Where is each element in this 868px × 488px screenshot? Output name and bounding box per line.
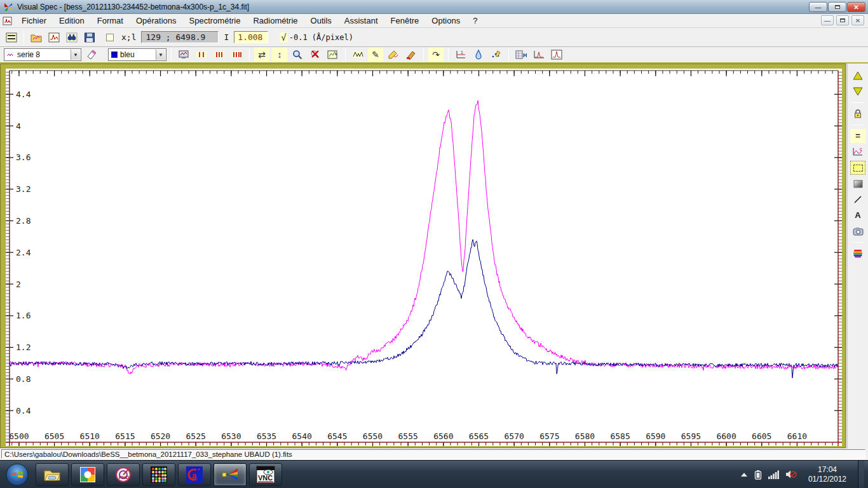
save-floppy-icon [84, 32, 95, 43]
svg-text:6585: 6585 [610, 431, 630, 441]
equal-scale-button[interactable]: = [850, 129, 865, 143]
battery-icon[interactable] [754, 470, 762, 480]
selection-rect-button[interactable] [850, 161, 865, 175]
menu-item-spectrometrie[interactable]: Spectrométrie [183, 15, 247, 27]
restore-icon [835, 5, 840, 9]
text-label-button[interactable]: A [850, 208, 865, 222]
display-screen-button[interactable] [176, 48, 191, 62]
element-lines-3-button[interactable] [229, 48, 245, 62]
shift-y-button[interactable]: ↕ [272, 48, 287, 62]
svg-text:1: 1 [461, 50, 463, 55]
menu-item-options[interactable]: Options [425, 15, 466, 27]
dispersion-readout: √ -0.1 (Å/pixel) [280, 32, 353, 43]
preview-profile-button[interactable] [549, 48, 564, 62]
show-hidden-icons-button[interactable] [740, 472, 748, 477]
tool-separator [851, 102, 864, 103]
taskbar-google[interactable] [71, 463, 104, 486]
menu-item-radiometrie[interactable]: Radiométrie [247, 15, 304, 27]
mdi-restore-button[interactable] [836, 15, 849, 25]
scatter-edit-button[interactable] [489, 48, 504, 62]
main-toolbar: x;l 129 ; 6498.9 I 1.008 √ -0.1 (Å/pixel… [0, 28, 868, 47]
series-dropdown-arrow[interactable]: ▼ [71, 50, 80, 60]
mdi-client-area: 0.40.81.21.622.42.83.23.644.465006505651… [0, 64, 868, 449]
series-select[interactable]: serie 8 ▼ [4, 48, 81, 61]
fill-pattern-button[interactable] [850, 177, 865, 191]
taskbar-phd-guiding[interactable]: PHD [107, 463, 140, 486]
element-lines-1-button[interactable] [194, 48, 209, 62]
heliocentric-button[interactable]: H [513, 48, 529, 62]
svg-text:6515: 6515 [115, 431, 135, 441]
vnc-icon: VNC [256, 466, 275, 484]
menu-item-fenetre[interactable]: Fenêtre [384, 15, 426, 27]
lock-scale-button[interactable] [850, 107, 865, 121]
taskbar-color-grid[interactable] [142, 463, 175, 486]
scroll-down-button[interactable] [850, 85, 865, 98]
undo-curve-button[interactable]: ↷ [428, 48, 444, 62]
continuum-points-button[interactable] [350, 48, 365, 62]
open-profile-button[interactable] [29, 30, 44, 44]
dashed-rect-icon [853, 165, 863, 172]
zoom-in-button[interactable] [290, 48, 305, 62]
menu-item-operations[interactable]: Opérations [130, 15, 183, 27]
compare-profiles-button[interactable]: c [850, 145, 865, 159]
intensity-field[interactable]: 1.008 [234, 31, 268, 43]
svg-text:c: c [860, 147, 862, 151]
scroll-up-button[interactable] [850, 69, 865, 83]
color-synthesis-button[interactable] [850, 247, 865, 261]
spectrum-plot[interactable]: 0.40.81.21.622.42.83.23.644.465006505651… [6, 69, 842, 446]
taskbar-visual-spec[interactable] [214, 463, 247, 486]
save-button[interactable] [82, 30, 97, 44]
svg-text:6570: 6570 [504, 431, 524, 441]
taskbar-clock[interactable]: 17:04 01/12/2012 [803, 465, 851, 484]
menu-item-format[interactable]: Format [91, 15, 130, 27]
element-lines-2-button[interactable] [212, 48, 227, 62]
color-select[interactable]: bleu ▼ [108, 48, 166, 61]
taskbar-windows-explorer[interactable] [36, 463, 69, 486]
title-bar[interactable]: Visual Spec - [bess_20121130-234452-betm… [0, 0, 868, 14]
erase-series-button[interactable] [84, 48, 99, 62]
xl-checkbox[interactable] [106, 34, 114, 41]
file-path-field: C:\Users\gabalou\Downloads\BeSS__betmona… [1, 449, 865, 459]
draw-segment-button[interactable] [850, 193, 865, 207]
menu-item-fichier[interactable]: Fichier [15, 15, 53, 27]
cursor-position-field[interactable]: 129 ; 6498.9 [141, 31, 219, 43]
menu-item-help[interactable]: ? [466, 15, 484, 27]
screenshot-button[interactable] [850, 224, 865, 238]
show-desktop-button[interactable] [858, 461, 864, 488]
menu-item-assistant[interactable]: Assistant [338, 15, 384, 27]
mdi-minimize-button[interactable]: — [821, 15, 834, 25]
edit-display-button[interactable] [325, 48, 341, 62]
restore-button[interactable] [828, 2, 846, 12]
svg-text:6555: 6555 [398, 431, 418, 441]
shift-x-button[interactable]: ⇄ [254, 48, 269, 62]
unzoom-button[interactable] [308, 48, 323, 62]
toolbar-separator [508, 48, 509, 61]
color-dropdown-arrow[interactable]: ▼ [156, 50, 165, 60]
display-profile-button[interactable] [46, 30, 62, 44]
menu-item-edition[interactable]: Edition [53, 15, 91, 27]
svg-text:H: H [523, 52, 527, 58]
speaker-muted-icon[interactable] [785, 470, 797, 479]
clean-profile-button[interactable] [403, 48, 419, 62]
calibration-axis-button[interactable] [531, 48, 546, 62]
tool-separator [851, 242, 864, 243]
open-folder-icon [31, 32, 42, 43]
series-list-button[interactable] [4, 30, 19, 44]
draw-line-button[interactable]: ✎ [368, 48, 383, 62]
search-object-button[interactable] [64, 30, 79, 44]
normalize-button[interactable]: 1 [453, 48, 468, 62]
taskbar-vnc-viewer[interactable]: VNC [249, 463, 282, 486]
start-button[interactable] [5, 463, 29, 487]
minimize-button[interactable]: — [809, 2, 827, 12]
taskbar-astroart[interactable]: a * [178, 463, 211, 486]
draw-continuum-button[interactable] [386, 48, 401, 62]
binoculars-icon [66, 32, 78, 43]
toolbar-separator [423, 48, 424, 61]
close-button[interactable]: ✕ [847, 2, 865, 12]
brush-icon [405, 50, 417, 60]
water-drop-button[interactable] [471, 48, 486, 62]
menu-item-outils[interactable]: Outils [304, 15, 338, 27]
spectral-lines-triple-icon [231, 50, 243, 60]
network-signal-icon[interactable] [768, 470, 779, 479]
mdi-close-button[interactable]: ✕ [851, 15, 864, 25]
